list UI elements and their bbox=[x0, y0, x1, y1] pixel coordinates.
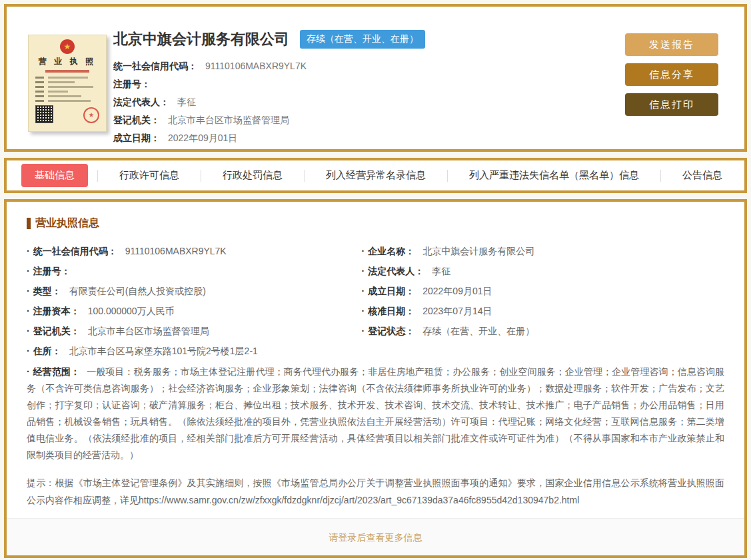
tab-separator bbox=[304, 170, 305, 182]
tab-separator bbox=[447, 170, 448, 182]
login-prompt[interactable]: 请登录后查看更多信息 bbox=[7, 518, 744, 555]
field-value: 存续（在营、开业、在册） bbox=[422, 326, 534, 336]
field-label: 住所： bbox=[27, 346, 61, 356]
tab-separator bbox=[201, 170, 201, 182]
section-marker-bar bbox=[27, 218, 31, 229]
tab-separator bbox=[97, 170, 98, 182]
license-text-line bbox=[35, 100, 99, 102]
field-row: 核准日期：2023年07月14日 bbox=[362, 301, 724, 321]
field-label: 注册号： bbox=[27, 266, 71, 276]
field-row: 注册号： bbox=[27, 261, 362, 281]
tab-basic-info[interactable]: 基础信息 bbox=[21, 164, 88, 187]
field-value: 北京市丰台区市场监督管理局 bbox=[88, 326, 209, 336]
license-text-line bbox=[35, 91, 99, 93]
section-title-text: 营业执照信息 bbox=[35, 216, 99, 230]
field-row: 成立日期：2022年09月01日 bbox=[362, 281, 724, 301]
business-scope-label: 经营范围： bbox=[27, 366, 80, 377]
license-text-line bbox=[35, 77, 99, 79]
company-name: 北京中旗会计服务有限公司 bbox=[113, 29, 289, 49]
header-field-label: 注册号： bbox=[113, 79, 151, 89]
qr-code-icon bbox=[35, 105, 53, 123]
business-scope-text: 一般项目：税务服务；市场主体登记注册代理；商务代理代办服务；非居住房地产租赁；办… bbox=[27, 366, 724, 460]
tab-blacklist[interactable]: 列入严重违法失信名单（黑名单）信息 bbox=[457, 164, 651, 187]
header-field-value: 91110106MABXR9YL7K bbox=[205, 61, 307, 71]
field-row: 住所：北京市丰台区马家堡东路101号院2号楼1层2-1 bbox=[27, 341, 362, 361]
field-value: 2023年07月14日 bbox=[422, 306, 492, 316]
field-row: 企业名称：北京中旗会计服务有限公司 bbox=[362, 241, 724, 261]
field-value: 北京中旗会计服务有限公司 bbox=[422, 246, 534, 256]
field-row: 注册资本：100.000000万人民币 bbox=[27, 301, 362, 321]
tab-admin-license[interactable]: 行政许可信息 bbox=[107, 164, 191, 187]
info-tabs-bar: 基础信息 行政许可信息 行政处罚信息 列入经营异常名录信息 列入严重违法失信名单… bbox=[4, 158, 747, 193]
share-info-button[interactable]: 信息分享 bbox=[625, 63, 718, 86]
header-field-label: 统一社会信用代码： bbox=[113, 61, 197, 71]
field-label: 类型： bbox=[27, 286, 61, 296]
field-label: 登记状态： bbox=[362, 326, 415, 336]
field-row: 类型：有限责任公司(自然人投资或控股) bbox=[27, 281, 362, 301]
header-field-label: 成立日期： bbox=[113, 133, 160, 143]
basic-info-panel: 营业执照信息 统一社会信用代码：91110106MABXR9YL7K 企业名称：… bbox=[4, 199, 747, 558]
tab-abnormal-operations-list[interactable]: 列入经营异常名录信息 bbox=[314, 164, 438, 187]
field-label: 注册资本： bbox=[27, 306, 80, 316]
header-field-label: 法定代表人： bbox=[113, 97, 169, 107]
national-emblem-icon: ★ bbox=[60, 39, 75, 54]
field-row: 登记机关：北京市丰台区市场监督管理局 bbox=[27, 321, 362, 341]
header-field-label: 登记机关： bbox=[113, 115, 160, 125]
field-row-empty bbox=[362, 341, 724, 361]
business-scope-row: 经营范围：一般项目：税务服务；市场主体登记注册代理；商务代理代办服务；非居住房地… bbox=[27, 364, 724, 463]
header-actions: 发送报告 信息分享 信息打印 bbox=[625, 33, 718, 123]
tab-announcements[interactable]: 公告信息 bbox=[670, 164, 734, 187]
tab-separator bbox=[660, 170, 661, 182]
field-row: 统一社会信用代码：91110106MABXR9YL7K bbox=[27, 241, 362, 261]
license-text-line bbox=[35, 95, 99, 97]
field-label: 法定代表人： bbox=[362, 266, 424, 276]
field-label: 成立日期： bbox=[362, 286, 415, 296]
field-label: 登记机关： bbox=[27, 326, 80, 336]
license-text-line bbox=[35, 81, 99, 83]
field-label: 统一社会信用代码： bbox=[27, 246, 117, 256]
red-seal-icon: ★ bbox=[83, 107, 99, 123]
header-field-value: 北京市丰台区市场监督管理局 bbox=[168, 115, 289, 125]
company-header-card: ★ 营 业 执 照 ★ 北京中旗会计服务有限公司 存续（在营、开业、在册） 统一… bbox=[4, 4, 747, 152]
field-value: 91110106MABXR9YL7K bbox=[125, 246, 227, 256]
field-row: 法定代表人：李征 bbox=[362, 261, 724, 281]
field-label: 核准日期： bbox=[362, 306, 415, 316]
tab-admin-penalty[interactable]: 行政处罚信息 bbox=[211, 164, 295, 187]
business-license-thumbnail[interactable]: ★ 营 业 执 照 ★ bbox=[28, 35, 107, 132]
field-row: 登记状态：存续（在营、开业、在册） bbox=[362, 321, 724, 341]
header-field-value: 2022年09月01日 bbox=[168, 133, 237, 143]
license-fields-grid: 统一社会信用代码：91110106MABXR9YL7K 企业名称：北京中旗会计服… bbox=[27, 241, 724, 361]
field-value: 2022年09月01日 bbox=[422, 286, 492, 296]
license-subtitle-line bbox=[45, 70, 89, 73]
field-value: 北京市丰台区马家堡东路101号院2号楼1层2-1 bbox=[69, 346, 258, 356]
print-info-button[interactable]: 信息打印 bbox=[625, 93, 718, 116]
field-value: 100.000000万人民币 bbox=[88, 306, 175, 316]
header-field-value: 李征 bbox=[177, 97, 196, 107]
field-value: 有限责任公司(自然人投资或控股) bbox=[69, 286, 206, 296]
status-badge: 存续（在营、开业、在册） bbox=[300, 30, 425, 49]
license-text-line bbox=[35, 86, 99, 88]
field-value: 李征 bbox=[432, 266, 450, 276]
field-label: 企业名称： bbox=[362, 246, 415, 256]
send-report-button[interactable]: 发送报告 bbox=[625, 33, 718, 56]
section-title-business-license: 营业执照信息 bbox=[27, 216, 724, 230]
license-title: 营 业 执 照 bbox=[35, 56, 99, 67]
header-field-row: 成立日期：2022年09月01日 bbox=[113, 129, 724, 147]
adjustment-notice-text: 提示：根据《市场主体登记管理条例》及其实施细则，按照《市场监管总局办公厅关于调整… bbox=[27, 474, 724, 509]
